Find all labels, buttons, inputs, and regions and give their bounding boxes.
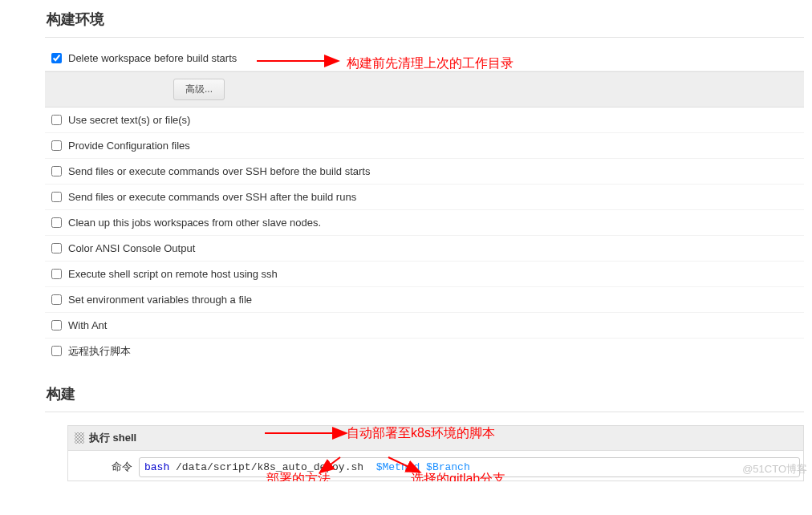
option-ssh-after[interactable]: Send files or execute commands over SSH … xyxy=(45,185,804,210)
cmd-arg-branch: $Branch xyxy=(426,461,470,473)
option-label: Provide Configuration files xyxy=(68,140,190,152)
build-step-header[interactable]: 执行 shell xyxy=(68,426,803,451)
option-remote-shell[interactable]: Execute shell script on remote host usin… xyxy=(45,262,804,287)
checkbox-remote-shell[interactable] xyxy=(51,269,62,279)
checkbox-ansi-color[interactable] xyxy=(51,243,62,253)
option-secret-text[interactable]: Use secret text(s) or file(s) xyxy=(45,107,804,133)
option-label: With Ant xyxy=(68,319,107,331)
option-remote-script[interactable]: 远程执行脚本 xyxy=(45,339,804,363)
option-label: Send files or execute commands over SSH … xyxy=(68,191,356,203)
option-label: Execute shell script on remote host usin… xyxy=(68,268,278,280)
cmd-keyword: bash xyxy=(144,461,169,473)
checkbox-env-file[interactable] xyxy=(51,294,62,305)
option-label: Clean up this jobs workspaces from other… xyxy=(68,217,321,229)
build-section: 构建 执行 shell 命令 bash /data/script/k8s_aut… xyxy=(45,378,804,481)
option-config-files[interactable]: Provide Configuration files xyxy=(45,133,804,159)
command-input[interactable]: bash /data/script/k8s_auto_depoy.sh $Met… xyxy=(139,457,800,477)
option-env-file[interactable]: Set environment variables through a file xyxy=(45,287,804,313)
checkbox-clean-workspaces[interactable] xyxy=(51,217,62,228)
advanced-row: 高级... xyxy=(45,71,804,107)
option-delete-workspace[interactable]: Delete workspace before build starts xyxy=(45,46,804,71)
checkbox-with-ant[interactable] xyxy=(51,320,62,330)
build-title: 构建 xyxy=(45,378,804,412)
drag-handle-icon[interactable] xyxy=(75,432,84,444)
build-step-execute-shell: 执行 shell 命令 bash /data/script/k8s_auto_d… xyxy=(67,425,804,481)
option-ssh-before[interactable]: Send files or execute commands over SSH … xyxy=(45,159,804,185)
build-env-section: 构建环境 Delete workspace before build start… xyxy=(45,3,804,363)
option-label: Delete workspace before build starts xyxy=(68,52,237,64)
checkbox-delete-workspace[interactable] xyxy=(51,53,62,63)
checkbox-remote-script[interactable] xyxy=(51,346,62,356)
build-step-title: 执行 shell xyxy=(89,431,136,445)
option-ansi-color[interactable]: Color ANSI Console Output xyxy=(45,236,804,262)
advanced-button[interactable]: 高级... xyxy=(173,79,225,100)
watermark: @51CTO博客 xyxy=(742,462,807,476)
checkbox-config-files[interactable] xyxy=(51,140,62,151)
checkbox-ssh-before[interactable] xyxy=(51,166,62,176)
option-label: Set environment variables through a file xyxy=(68,294,252,306)
checkbox-ssh-after[interactable] xyxy=(51,192,62,202)
option-clean-workspaces[interactable]: Clean up this jobs workspaces from other… xyxy=(45,210,804,236)
checkbox-secret-text[interactable] xyxy=(51,115,62,125)
option-label: Send files or execute commands over SSH … xyxy=(68,165,370,177)
command-label: 命令 xyxy=(100,457,132,477)
option-label: Color ANSI Console Output xyxy=(68,242,195,254)
option-with-ant[interactable]: With Ant xyxy=(45,313,804,339)
option-label: Use secret text(s) or file(s) xyxy=(68,114,190,126)
cmd-arg-method: $Method xyxy=(376,461,420,473)
cmd-path: /data/script/k8s_auto_depoy.sh xyxy=(176,461,363,473)
build-env-title: 构建环境 xyxy=(45,3,804,38)
option-label: 远程执行脚本 xyxy=(68,344,131,359)
